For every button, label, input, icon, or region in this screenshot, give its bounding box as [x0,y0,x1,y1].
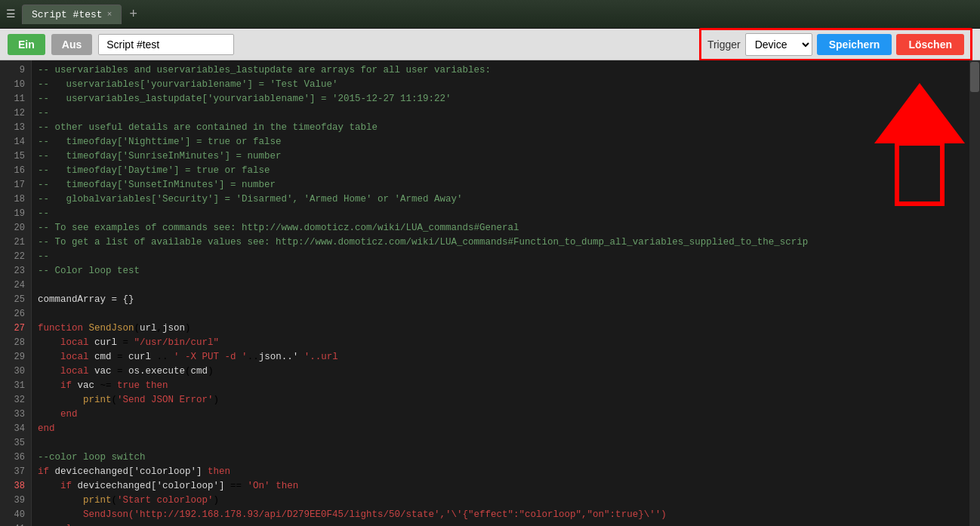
code-line [38,278,980,293]
code-line: SendJson('http://192.168.178.93/api/D279… [38,508,980,522]
code-line: -- timeofday['Nighttime'] = true or fals… [38,135,980,149]
line-number: 20 [0,221,31,235]
trigger-label: Trigger [707,38,741,51]
line-number: 33 [0,408,31,422]
tab-label: Script #test [32,9,103,20]
line-number: 21 [0,235,31,250]
code-line: end [38,408,980,422]
code-editor: 9101112131415161718192021222324252627282… [0,60,980,526]
code-line: print('Start colorloop') [38,494,980,508]
code-line: function SendJson(url,json) [38,321,980,336]
code-line: local curl = "/usr/bin/curl" [38,336,980,350]
line-number: 25 [0,293,31,307]
line-number: 12 [0,106,31,121]
code-line: if devicechanged['colorloop'] then [38,465,980,479]
line-number: 22 [0,250,31,264]
line-number: 16 [0,164,31,178]
line-number: 34 [0,422,31,436]
trigger-select[interactable]: Device Time Security Variable [745,33,812,56]
tab-bar: ☰ Script #test × + [0,0,980,29]
code-line: -- uservariables['yourvariablename'] = '… [38,78,980,92]
line-number: 14 [0,135,31,149]
code-line: -- uservariables and uservariables_lastu… [38,63,980,78]
line-number: 28 [0,336,31,350]
line-number: 29 [0,350,31,365]
line-number: 35 [0,436,31,451]
tab-close-button[interactable]: × [107,10,112,19]
line-number: 11 [0,92,31,106]
line-number: 23 [0,264,31,278]
scrollbar[interactable] [969,60,980,526]
code-line: -- timeofday['SunsetInMinutes'] = number [38,178,980,192]
line-number: 39 [0,494,31,508]
code-line: -- other useful details are contained in… [38,121,980,135]
line-number: 26 [0,307,31,321]
code-line: if devicechanged['colorloop'] == 'On' th… [38,479,980,494]
code-line: else [38,522,980,526]
tab-script-test[interactable]: Script #test × [22,5,122,24]
code-line: --color loop switch [38,451,980,465]
line-number: 17 [0,178,31,192]
code-line [38,436,980,451]
line-number: 36 [0,451,31,465]
speichern-button[interactable]: Speichern [817,34,892,55]
line-number: 13 [0,121,31,135]
line-number: 27 [0,321,31,336]
toolbar: Ein Aus Trigger Device Time Security Var… [0,29,980,60]
line-number: 24 [0,278,31,293]
code-line: -- timeofday['SunriseInMinutes'] = numbe… [38,149,980,164]
line-number: 40 [0,508,31,522]
line-number: 31 [0,379,31,393]
code-line: local vac = os.execute(cmd) [38,365,980,379]
ein-button[interactable]: Ein [8,34,45,55]
tab-add-button[interactable]: + [125,7,142,22]
code-content[interactable]: -- uservariables and uservariables_lastu… [32,60,980,526]
line-number: 41 [0,522,31,526]
code-line: end [38,422,980,436]
code-line: -- uservariables_lastupdate['yourvariabl… [38,92,980,106]
scrollbar-thumb[interactable] [970,62,979,92]
line-number: 18 [0,192,31,207]
code-line: -- To see examples of commands see: http… [38,221,980,235]
code-line: -- [38,207,980,221]
line-number: 38 [0,479,31,494]
code-line: -- globalvariables['Security'] = 'Disarm… [38,192,980,207]
line-number: 10 [0,78,31,92]
line-number: 37 [0,465,31,479]
code-line: -- [38,250,980,264]
code-line: -- timeofday['Daytime'] = true or false [38,164,980,178]
line-number: 9 [0,63,31,78]
code-line: print('Send JSON Error') [38,393,980,408]
menu-icon: ☰ [6,8,16,20]
code-line: local cmd = curl .. ' -X PUT -d '..json.… [38,350,980,365]
code-line: if vac ~= true then [38,379,980,393]
code-line: -- To get a list of available values see… [38,235,980,250]
aus-button[interactable]: Aus [51,34,92,55]
code-line: -- [38,106,980,121]
line-number: 32 [0,393,31,408]
script-name-input[interactable] [98,34,234,55]
code-line [38,307,980,321]
loschen-button[interactable]: Löschen [896,34,964,55]
code-line: commandArray = {} [38,293,980,307]
trigger-group: Trigger Device Time Security Variable Sp… [699,28,972,61]
line-number: 15 [0,149,31,164]
code-line: -- Color loop test [38,264,980,278]
line-numbers: 9101112131415161718192021222324252627282… [0,60,32,526]
line-number: 19 [0,207,31,221]
line-number: 30 [0,365,31,379]
